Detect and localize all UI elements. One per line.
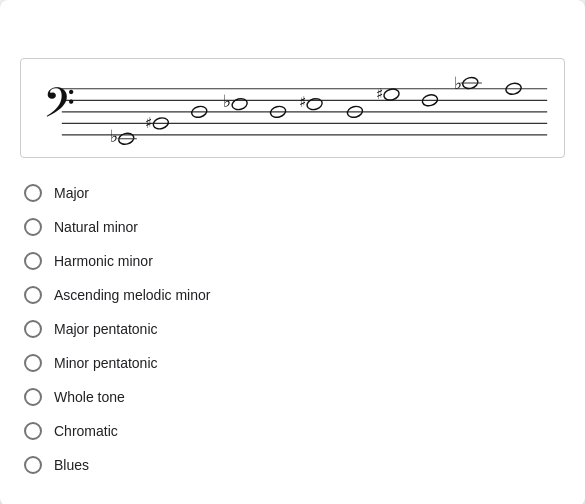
option-label-major-pentatonic: Major pentatonic (54, 321, 158, 337)
radio-minor-pentatonic[interactable] (24, 354, 42, 372)
svg-text:♯: ♯ (299, 93, 306, 110)
option-item-major-pentatonic[interactable]: Major pentatonic (20, 312, 565, 346)
option-item-whole-tone[interactable]: Whole tone (20, 380, 565, 414)
radio-major[interactable] (24, 184, 42, 202)
svg-text:♯: ♯ (145, 114, 152, 131)
option-item-ascending-melodic-minor[interactable]: Ascending melodic minor (20, 278, 565, 312)
option-label-blues: Blues (54, 457, 89, 473)
option-label-natural-minor: Natural minor (54, 219, 138, 235)
option-item-blues[interactable]: Blues (20, 448, 565, 482)
radio-blues[interactable] (24, 456, 42, 474)
radio-chromatic[interactable] (24, 422, 42, 440)
svg-text:♭: ♭ (223, 92, 231, 111)
question-text (20, 24, 23, 42)
option-label-minor-pentatonic: Minor pentatonic (54, 355, 158, 371)
music-staff-svg: 𝄢 ♭ ♯ ♭ ♯ ♯ (33, 68, 552, 148)
option-label-ascending-melodic-minor: Ascending melodic minor (54, 287, 210, 303)
svg-text:𝄢: 𝄢 (43, 80, 75, 136)
option-item-minor-pentatonic[interactable]: Minor pentatonic (20, 346, 565, 380)
option-label-major: Major (54, 185, 89, 201)
radio-natural-minor[interactable] (24, 218, 42, 236)
svg-point-19 (383, 87, 401, 101)
option-label-harmonic-minor: Harmonic minor (54, 253, 153, 269)
option-item-harmonic-minor[interactable]: Harmonic minor (20, 244, 565, 278)
svg-point-16 (306, 97, 324, 111)
option-label-chromatic: Chromatic (54, 423, 118, 439)
radio-ascending-melodic-minor[interactable] (24, 286, 42, 304)
option-item-chromatic[interactable]: Chromatic (20, 414, 565, 448)
option-label-whole-tone: Whole tone (54, 389, 125, 405)
radio-harmonic-minor[interactable] (24, 252, 42, 270)
svg-text:♭: ♭ (110, 127, 118, 146)
question-header (20, 24, 565, 42)
option-item-natural-minor[interactable]: Natural minor (20, 210, 565, 244)
question-card: 𝄢 ♭ ♯ ♭ ♯ ♯ (0, 0, 585, 504)
music-staff-container: 𝄢 ♭ ♯ ♭ ♯ ♯ (20, 58, 565, 158)
radio-major-pentatonic[interactable] (24, 320, 42, 338)
radio-whole-tone[interactable] (24, 388, 42, 406)
svg-point-13 (231, 97, 249, 111)
svg-text:♯: ♯ (376, 85, 383, 102)
options-list: MajorNatural minorHarmonic minorAscendin… (20, 176, 565, 482)
option-item-major[interactable]: Major (20, 176, 565, 210)
